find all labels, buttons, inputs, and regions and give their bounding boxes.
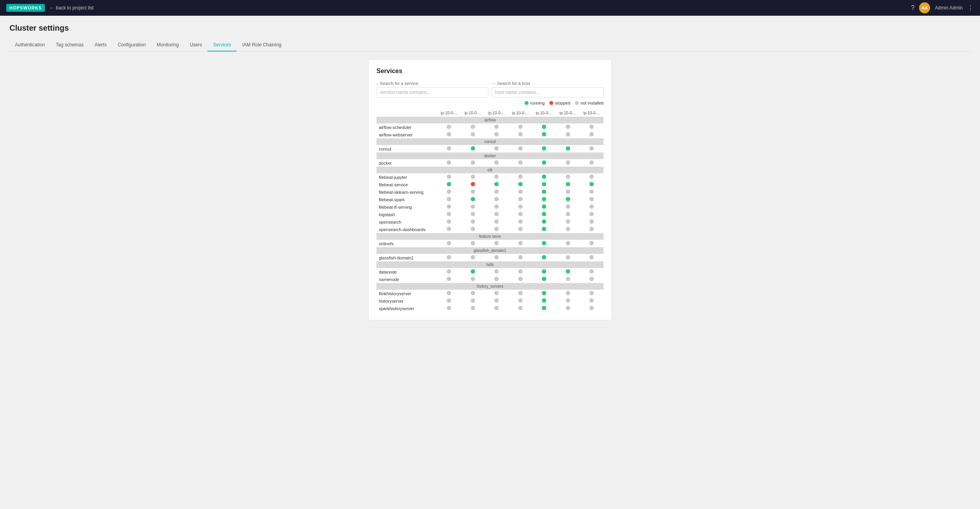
service-status-dot[interactable] [532, 173, 556, 181]
service-status-dot[interactable] [532, 145, 556, 153]
service-status-dot[interactable] [508, 254, 532, 261]
service-status-dot[interactable] [461, 226, 484, 233]
help-icon[interactable]: ? [911, 4, 914, 11]
service-status-dot[interactable] [437, 268, 461, 276]
service-status-dot[interactable] [461, 240, 484, 247]
service-status-dot[interactable] [508, 173, 532, 181]
service-status-dot[interactable] [437, 131, 461, 138]
service-status-dot[interactable] [461, 123, 484, 131]
service-status-dot[interactable] [508, 123, 532, 131]
service-status-dot[interactable] [556, 268, 580, 276]
service-status-dot[interactable] [508, 276, 532, 283]
tab-alerts[interactable]: Alerts [89, 39, 112, 51]
service-status-dot[interactable] [556, 123, 580, 131]
service-status-dot[interactable] [556, 173, 580, 181]
service-status-dot[interactable] [461, 173, 484, 181]
service-status-dot[interactable] [508, 218, 532, 226]
service-status-dot[interactable] [532, 211, 556, 218]
service-status-dot[interactable] [508, 131, 532, 138]
service-status-dot[interactable] [508, 297, 532, 305]
service-status-dot[interactable] [485, 226, 508, 233]
service-status-dot[interactable] [580, 131, 604, 138]
service-status-dot[interactable] [532, 297, 556, 305]
service-status-dot[interactable] [437, 254, 461, 261]
service-status-dot[interactable] [532, 254, 556, 261]
service-status-dot[interactable] [532, 290, 556, 297]
service-status-dot[interactable] [580, 181, 604, 188]
service-status-dot[interactable] [556, 159, 580, 167]
service-status-dot[interactable] [437, 145, 461, 153]
service-status-dot[interactable] [437, 218, 461, 226]
service-status-dot[interactable] [485, 188, 508, 196]
service-status-dot[interactable] [580, 173, 604, 181]
service-status-dot[interactable] [580, 254, 604, 261]
service-status-dot[interactable] [437, 188, 461, 196]
service-status-dot[interactable] [580, 218, 604, 226]
service-status-dot[interactable] [532, 123, 556, 131]
service-status-dot[interactable] [485, 131, 508, 138]
service-status-dot[interactable] [461, 305, 484, 312]
service-status-dot[interactable] [580, 240, 604, 247]
service-status-dot[interactable] [508, 290, 532, 297]
service-status-dot[interactable] [437, 181, 461, 188]
service-status-dot[interactable] [532, 181, 556, 188]
service-status-dot[interactable] [485, 181, 508, 188]
service-status-dot[interactable] [508, 305, 532, 312]
service-status-dot[interactable] [437, 123, 461, 131]
service-status-dot[interactable] [485, 211, 508, 218]
tab-iam-role-chaining[interactable]: IAM Role Chaining [237, 39, 287, 51]
service-status-dot[interactable] [556, 145, 580, 153]
service-status-dot[interactable] [580, 145, 604, 153]
service-status-dot[interactable] [437, 305, 461, 312]
service-status-dot[interactable] [437, 290, 461, 297]
service-status-dot[interactable] [461, 203, 484, 211]
service-status-dot[interactable] [532, 268, 556, 276]
service-status-dot[interactable] [461, 254, 484, 261]
service-status-dot[interactable] [532, 159, 556, 167]
service-status-dot[interactable] [556, 254, 580, 261]
service-status-dot[interactable] [556, 188, 580, 196]
service-status-dot[interactable] [437, 203, 461, 211]
service-status-dot[interactable] [580, 290, 604, 297]
service-status-dot[interactable] [508, 188, 532, 196]
service-status-dot[interactable] [508, 181, 532, 188]
service-status-dot[interactable] [532, 218, 556, 226]
service-status-dot[interactable] [556, 305, 580, 312]
service-status-dot[interactable] [485, 123, 508, 131]
service-status-dot[interactable] [485, 254, 508, 261]
service-status-dot[interactable] [461, 131, 484, 138]
service-status-dot[interactable] [461, 159, 484, 167]
service-status-dot[interactable] [508, 268, 532, 276]
tab-tag-schemas[interactable]: Tag schemas [50, 39, 89, 51]
service-status-dot[interactable] [580, 211, 604, 218]
service-status-dot[interactable] [508, 203, 532, 211]
service-status-dot[interactable] [485, 305, 508, 312]
service-status-dot[interactable] [461, 290, 484, 297]
service-status-dot[interactable] [556, 297, 580, 305]
service-status-dot[interactable] [461, 145, 484, 153]
service-status-dot[interactable] [508, 226, 532, 233]
service-status-dot[interactable] [485, 173, 508, 181]
service-status-dot[interactable] [556, 211, 580, 218]
service-status-dot[interactable] [485, 196, 508, 203]
back-to-project-link[interactable]: ← back to project list [50, 5, 94, 11]
service-status-dot[interactable] [461, 297, 484, 305]
service-status-dot[interactable] [556, 131, 580, 138]
service-status-dot[interactable] [532, 240, 556, 247]
services-scroll[interactable]: ip-10-0-... ip-10-0-... ip-10-0-... ip-1… [376, 109, 604, 312]
service-status-dot[interactable] [556, 240, 580, 247]
service-status-dot[interactable] [437, 276, 461, 283]
service-status-dot[interactable] [461, 188, 484, 196]
service-status-dot[interactable] [532, 226, 556, 233]
service-status-dot[interactable] [485, 276, 508, 283]
service-status-dot[interactable] [437, 173, 461, 181]
service-status-dot[interactable] [485, 218, 508, 226]
service-status-dot[interactable] [556, 218, 580, 226]
service-status-dot[interactable] [508, 159, 532, 167]
service-status-dot[interactable] [461, 181, 484, 188]
dots-menu-icon[interactable]: ⋮ [967, 4, 974, 12]
service-status-dot[interactable] [556, 276, 580, 283]
tab-services[interactable]: Services [207, 39, 237, 51]
service-status-dot[interactable] [532, 188, 556, 196]
service-status-dot[interactable] [485, 290, 508, 297]
